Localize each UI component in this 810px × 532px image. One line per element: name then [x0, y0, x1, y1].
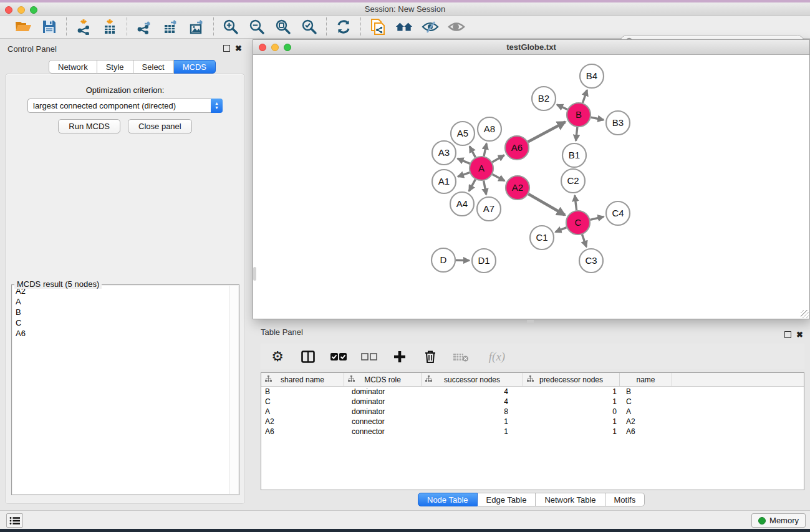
table-cell[interactable]: connector	[344, 417, 422, 426]
table-cell[interactable]: A2	[620, 417, 672, 426]
table-row[interactable]: Adominator80A	[261, 407, 804, 417]
table-cell[interactable]: 1	[523, 387, 620, 396]
save-session-button[interactable]	[41, 18, 58, 36]
close-panel-button[interactable]: Close panel	[128, 119, 192, 133]
table-cell[interactable]: A6	[261, 427, 344, 436]
import-network-button[interactable]	[75, 18, 92, 36]
graph-node-A8[interactable]: A8	[478, 117, 501, 141]
zoom-out-button[interactable]	[248, 18, 266, 36]
duplicate-network-button[interactable]	[369, 18, 387, 36]
network-window-titlebar[interactable]: testGlobe.txt	[253, 40, 809, 55]
graph-node-B3[interactable]: B3	[606, 111, 630, 135]
function-builder-button[interactable]: f(x)	[483, 349, 511, 365]
table-row[interactable]: A2connector11A2	[261, 417, 804, 427]
table-cell[interactable]: dominator	[344, 407, 422, 416]
mcds-result-item[interactable]: C	[12, 317, 238, 328]
edge-C-C4[interactable]	[590, 216, 604, 220]
tab-motifs[interactable]: Motifs	[605, 493, 645, 506]
add-column-button[interactable]	[392, 349, 408, 365]
edge-B-B2[interactable]	[557, 105, 567, 110]
edge-A-A3[interactable]	[458, 158, 470, 163]
table-cell[interactable]: 1	[422, 417, 523, 426]
column-header-predecessor-nodes[interactable]: predecessor nodes	[523, 373, 620, 386]
table-row[interactable]: Cdominator41C	[261, 397, 804, 407]
zoom-fit-button[interactable]	[274, 18, 292, 36]
home-button[interactable]	[395, 18, 413, 36]
select-all-button[interactable]	[330, 349, 347, 365]
network-canvas[interactable]: AA1A2A3A4A5A6A7A8BB1B2B3B4CC1C2C3C4DD1	[253, 55, 809, 319]
zoom-selected-button[interactable]	[301, 18, 318, 36]
table-panel-float-button[interactable]	[784, 331, 792, 339]
edge-A-A6[interactable]	[492, 155, 504, 162]
table-cell[interactable]: A	[261, 407, 344, 416]
delete-column-button[interactable]	[422, 349, 438, 365]
split-view-button[interactable]	[300, 349, 316, 365]
control-panel-float-button[interactable]	[223, 45, 231, 52]
graph-node-D1[interactable]: D1	[472, 249, 496, 273]
table-cell[interactable]: C	[261, 397, 344, 406]
edge-B-B1[interactable]	[576, 127, 577, 141]
mcds-result-item[interactable]: A	[12, 296, 238, 307]
tab-network-table[interactable]: Network Table	[536, 493, 605, 506]
edge-B-B4[interactable]	[582, 90, 587, 103]
column-header-shared-name[interactable]: shared name	[261, 373, 344, 386]
import-table-button[interactable]	[101, 18, 118, 36]
graph-node-A4[interactable]: A4	[450, 192, 474, 216]
graph-node-C2[interactable]: C2	[561, 169, 585, 193]
edge-C-C2[interactable]	[575, 195, 577, 210]
edge-A-A5[interactable]	[470, 147, 475, 158]
table-cell[interactable]: 0	[523, 407, 620, 416]
show-panels-button[interactable]	[448, 18, 465, 36]
open-session-button[interactable]	[14, 18, 32, 36]
table-settings-button[interactable]: ⚙	[269, 349, 286, 365]
graph-node-B2[interactable]: B2	[532, 87, 556, 110]
memory-button[interactable]: Memory	[751, 513, 806, 528]
edge-A-A2[interactable]	[493, 174, 505, 181]
table-cell[interactable]: dominator	[344, 387, 422, 396]
edge-A-A8[interactable]	[484, 143, 486, 156]
run-mcds-button[interactable]: Run MCDS	[58, 119, 120, 133]
table-row[interactable]: A6connector11A6	[261, 427, 804, 437]
graph-node-A[interactable]: A	[470, 157, 493, 180]
graph-node-D[interactable]: D	[432, 248, 455, 272]
table-cell[interactable]: 4	[422, 397, 523, 406]
graph-node-A3[interactable]: A3	[432, 141, 456, 165]
column-header-successor-nodes[interactable]: successor nodes	[422, 373, 523, 386]
hide-panels-button[interactable]	[422, 18, 439, 36]
graph-node-C4[interactable]: C4	[606, 201, 630, 225]
edge-B-B3[interactable]	[591, 117, 604, 120]
zoom-in-button[interactable]	[222, 18, 239, 36]
table-cell[interactable]: B	[261, 387, 344, 396]
table-cell[interactable]: A	[620, 407, 672, 416]
table-cell[interactable]: C	[620, 397, 672, 406]
control-panel-close-button[interactable]: ✖	[235, 45, 243, 52]
graph-node-A1[interactable]: A1	[432, 170, 456, 193]
table-cell[interactable]: B	[620, 387, 672, 396]
graph-node-B[interactable]: B	[567, 103, 591, 127]
tab-node-table[interactable]: Node Table	[418, 493, 478, 506]
tab-edge-table[interactable]: Edge Table	[478, 493, 536, 506]
export-network-button[interactable]	[135, 18, 153, 36]
column-header-MCDS-role[interactable]: MCDS role	[344, 373, 422, 386]
table-cell[interactable]: 1	[523, 417, 620, 426]
table-cell[interactable]: A6	[620, 427, 672, 436]
refresh-layout-button[interactable]	[335, 18, 352, 36]
optimization-criterion-select[interactable]: largest connected component (directed) ▲…	[27, 99, 223, 113]
edge-A-A1[interactable]	[458, 173, 470, 177]
table-cell[interactable]: dominator	[344, 397, 422, 406]
graph-node-A6[interactable]: A6	[505, 136, 529, 160]
graph-node-C3[interactable]: C3	[579, 249, 603, 273]
table-cell[interactable]: 1	[523, 397, 620, 406]
tab-mcds[interactable]: MCDS	[174, 60, 216, 74]
tab-network[interactable]: Network	[49, 60, 97, 74]
mcds-result-item[interactable]: A6	[12, 328, 238, 339]
table-panel-close-button[interactable]: ✖	[796, 331, 804, 339]
network-vscroll-thumb[interactable]	[253, 267, 256, 281]
edge-A6-B[interactable]	[528, 122, 566, 142]
table-cell[interactable]: 8	[422, 407, 523, 416]
export-table-button[interactable]	[162, 18, 179, 36]
mcds-result-item[interactable]: B	[12, 307, 238, 317]
task-history-button[interactable]	[6, 513, 23, 528]
graph-node-C1[interactable]: C1	[530, 226, 554, 249]
table-cell[interactable]: 1	[523, 427, 620, 436]
